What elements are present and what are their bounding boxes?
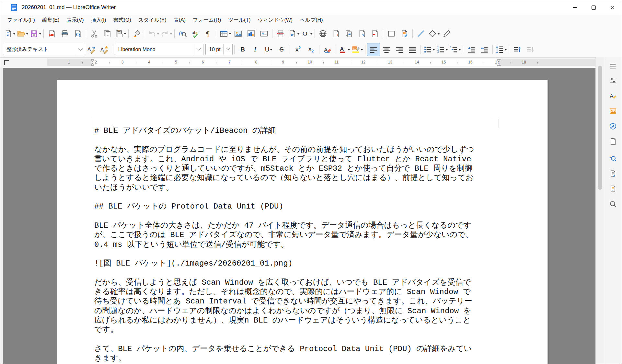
- sidebar-settings-button[interactable]: [608, 61, 618, 71]
- find-replace-button[interactable]: (a: [176, 28, 189, 40]
- dropdown-arrow-icon[interactable]: [157, 33, 159, 36]
- clone-formatting-button[interactable]: [130, 28, 143, 40]
- font-color-button[interactable]: A: [338, 43, 351, 56]
- insert-hyperlink-button[interactable]: [317, 28, 329, 40]
- menu-edit[interactable]: 編集(E): [39, 16, 63, 25]
- dropdown-arrow-icon[interactable]: [438, 33, 440, 36]
- paste-button[interactable]: [114, 28, 127, 40]
- chevron-down-icon[interactable]: [76, 44, 85, 55]
- draw-functions-button[interactable]: [440, 28, 453, 40]
- align-right-button[interactable]: [393, 43, 406, 56]
- numbered-list-button[interactable]: 123: [435, 43, 448, 56]
- subscript-button[interactable]: x2: [305, 43, 317, 56]
- new-style-button[interactable]: A: [98, 43, 111, 56]
- menu-form[interactable]: フォーム(R): [189, 16, 225, 25]
- new-document-button[interactable]: [3, 28, 16, 40]
- dropdown-arrow-icon[interactable]: [13, 33, 15, 36]
- bold-button[interactable]: B: [236, 43, 249, 56]
- close-button[interactable]: [603, 0, 622, 15]
- vertical-scrollbar[interactable]: [595, 57, 604, 364]
- insert-endnote-button[interactable]: [342, 28, 355, 40]
- insert-special-character-button[interactable]: Ω: [300, 28, 313, 40]
- save-button[interactable]: [29, 28, 42, 40]
- insert-image-button[interactable]: [232, 28, 245, 40]
- dropdown-arrow-icon[interactable]: [361, 49, 363, 51]
- undo-button[interactable]: [147, 28, 160, 40]
- print-preview-button[interactable]: [71, 28, 84, 40]
- bullet-list-button[interactable]: [422, 43, 435, 56]
- italic-button[interactable]: I: [249, 43, 262, 56]
- dropdown-arrow-icon[interactable]: [270, 49, 272, 51]
- clear-formatting-button[interactable]: A: [321, 43, 334, 56]
- insert-comment-button[interactable]: [385, 28, 398, 40]
- export-pdf-button[interactable]: [45, 28, 58, 40]
- insert-page-break-button[interactable]: [274, 28, 287, 40]
- update-style-button[interactable]: A: [85, 43, 98, 56]
- align-center-button[interactable]: [380, 43, 393, 56]
- chevron-down-icon[interactable]: [194, 44, 203, 55]
- maximize-button[interactable]: [584, 0, 603, 15]
- accessibility-check-button[interactable]: [608, 168, 618, 179]
- insert-bookmark-button[interactable]: [355, 28, 368, 40]
- menu-help[interactable]: ヘルプ(H): [296, 16, 326, 25]
- highlight-color-button[interactable]: ab: [351, 43, 363, 56]
- increase-para-spacing-button[interactable]: [511, 43, 524, 56]
- copy-button[interactable]: [101, 28, 114, 40]
- align-justify-button[interactable]: [406, 43, 419, 56]
- dropdown-arrow-icon[interactable]: [505, 49, 507, 51]
- insert-field-button[interactable]: [287, 28, 300, 40]
- increase-indent-button[interactable]: [465, 43, 478, 56]
- dropdown-arrow-icon[interactable]: [297, 33, 299, 36]
- menu-format[interactable]: 書式(O): [110, 16, 135, 25]
- redo-button[interactable]: [160, 28, 173, 40]
- line-spacing-button[interactable]: [494, 43, 507, 56]
- font-name-combo[interactable]: Liberation Mono: [115, 44, 203, 55]
- formatting-marks-button[interactable]: ¶: [202, 28, 215, 40]
- menu-insert[interactable]: 挿入(I): [87, 16, 110, 25]
- dropdown-arrow-icon[interactable]: [229, 33, 231, 36]
- style-inspector-button[interactable]: A: [608, 153, 618, 164]
- insert-line-button[interactable]: [414, 28, 427, 40]
- insert-footnote-button[interactable]: 1: [329, 28, 342, 40]
- open-button[interactable]: [16, 28, 29, 40]
- dropdown-arrow-icon[interactable]: [124, 33, 126, 36]
- insert-cross-reference-button[interactable]: [368, 28, 381, 40]
- left-indent-marker[interactable]: [90, 59, 94, 66]
- tab-stop-selector-icon[interactable]: [4, 60, 9, 65]
- menu-tools[interactable]: ツール(T): [225, 16, 254, 25]
- right-indent-marker[interactable]: [497, 59, 501, 66]
- dropdown-arrow-icon[interactable]: [446, 49, 448, 51]
- insert-chart-button[interactable]: [245, 28, 258, 40]
- document-page[interactable]: # BLE アドバタイズのパケット/iBeacon の詳細 なかなか、実際のプロ…: [57, 80, 548, 364]
- styles-button[interactable]: A: [608, 91, 618, 101]
- menu-table[interactable]: 表(A): [170, 16, 189, 25]
- insert-table-button[interactable]: [219, 28, 232, 40]
- font-size-combo[interactable]: 10 pt: [205, 44, 233, 55]
- menu-window[interactable]: ウィンドウ(W): [254, 16, 296, 25]
- cut-button[interactable]: [88, 28, 101, 40]
- dropdown-arrow-icon[interactable]: [39, 33, 41, 36]
- decrease-para-spacing-button[interactable]: [524, 43, 537, 56]
- underline-button[interactable]: U: [262, 43, 275, 56]
- align-left-button[interactable]: [367, 43, 380, 56]
- navigator-button[interactable]: [608, 121, 618, 131]
- track-changes-button[interactable]: [398, 28, 411, 40]
- menu-styles[interactable]: スタイル(Y): [135, 16, 170, 25]
- print-button[interactable]: [58, 28, 71, 40]
- manage-changes-button[interactable]: [608, 184, 618, 194]
- basic-shapes-button[interactable]: [427, 28, 440, 40]
- strikethrough-button[interactable]: S: [275, 43, 288, 56]
- page-button[interactable]: [608, 136, 618, 147]
- dropdown-arrow-icon[interactable]: [310, 33, 312, 36]
- dropdown-arrow-icon[interactable]: [459, 49, 461, 51]
- decrease-indent-button[interactable]: [478, 43, 491, 56]
- dropdown-arrow-icon[interactable]: [26, 33, 28, 36]
- dropdown-arrow-icon[interactable]: [433, 49, 435, 51]
- menu-file[interactable]: ファイル(F): [4, 16, 39, 25]
- find-button[interactable]: [608, 199, 618, 209]
- dropdown-arrow-icon[interactable]: [348, 49, 350, 51]
- spelling-button[interactable]: abc: [189, 28, 202, 40]
- document-text[interactable]: # BLE アドバタイズのパケット/iBeacon の詳細 なかなか、実際のプロ…: [94, 126, 502, 363]
- paragraph-style-combo[interactable]: 整形済みテキスト: [3, 44, 85, 55]
- outline-list-button[interactable]: 1: [448, 43, 461, 56]
